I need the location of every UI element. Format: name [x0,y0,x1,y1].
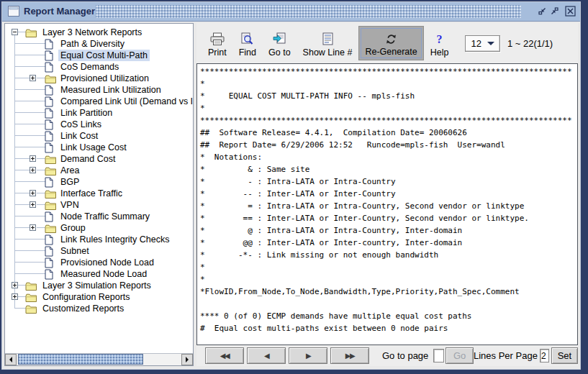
tree-item-label: Area [58,165,81,176]
tree-item-link-usage-cost[interactable]: Link Usage Cost [5,142,193,153]
tree-item-label: Link Usage Cost [58,142,129,153]
report-view-panel: Print Find [196,23,578,366]
tree-item-link-rules-integrity-checks[interactable]: Link Rules Integrity Checks [5,234,193,245]
close-button[interactable] [564,5,576,17]
expand-plus-icon[interactable] [12,293,18,300]
show-line-number-icon [322,32,334,46]
goto-icon [273,32,286,46]
tree-item-cos-demands[interactable]: CoS Demands [5,61,193,73]
tree-connector-line [14,101,45,101]
tree-item-link-cost[interactable]: Link Cost [5,130,193,142]
page-size-select[interactable]: 12 [465,35,499,52]
double-left-arrow-icon: ◀◀ [220,352,229,360]
show-line-number-button[interactable]: Show Line # [297,26,358,60]
tree-connector-line [14,262,45,263]
tree-item-label: Link Partition [58,107,114,119]
expand-plus-icon[interactable] [30,155,36,162]
last-page-button[interactable]: ▶▶ [330,347,369,364]
right-arrow-icon: ▶ [306,352,310,360]
collapse-minus-icon[interactable] [12,29,18,35]
window-title: Report Manager [24,6,95,17]
tree-connector-line [14,193,30,193]
expand-plus-icon[interactable] [30,190,36,196]
tree-connector-line [14,89,45,90]
tree-item-label: Layer 3 Simulation Reports [40,280,153,291]
tree-item-label: Layer 3 Network Reports [40,27,144,38]
first-page-button[interactable]: ◀◀ [205,347,244,364]
scroll-right-button[interactable] [181,354,193,365]
regenerate-icon [385,31,397,45]
report-manager-window: Report Manager [1,1,581,370]
print-button-label: Print [208,47,227,58]
next-page-button[interactable]: ▶ [289,347,327,364]
lines-per-page-input[interactable] [540,349,549,362]
help-button[interactable]: ? Help [425,26,455,60]
titlebar-texture [96,5,521,18]
tree-item-interface-traffic[interactable]: Interface Traffic [5,188,193,199]
tree-connector-line [14,216,45,216]
tree-connector-line [14,308,26,309]
tree-item-label: Interface Traffic [58,188,125,199]
tree-item-bgp[interactable]: BGP [5,176,193,188]
tree-item-layer-3-simulation-reports[interactable]: Layer 3 Simulation Reports [5,280,193,291]
tree-item-label: Customized Reports [40,303,126,314]
goto-button[interactable]: Go to [263,26,297,60]
tree-item-measured-link-utilization[interactable]: Measured Link Utilization [5,84,193,96]
titlebar[interactable]: Report Manager [2,2,580,22]
report-view[interactable]: ****************************************… [196,63,578,345]
tree-item-node-traffic-summary[interactable]: Node Traffic Summary [5,211,193,222]
left-arrow-icon: ◀ [264,352,268,360]
tree-item-equal-cost-multi-path[interactable]: Equal Cost Multi-Path [5,50,193,61]
tree-item-layer-3-network-reports[interactable]: Layer 3 Network Reports [5,27,193,38]
regenerate-button[interactable]: Re-Generate [358,26,423,60]
tree-item-label: Measured Link Utilization [58,84,163,96]
tree-item-link-partition[interactable]: Link Partition [5,107,193,119]
print-button[interactable]: Print [202,26,232,60]
toolbar: Print Find [196,23,578,63]
tree-item-subnet[interactable]: Subnet [5,245,193,257]
expand-plus-icon[interactable] [30,224,36,231]
tree-item-customized-reports[interactable]: Customized Reports [5,303,193,314]
tree-connector-line [14,112,45,113]
find-icon [240,32,254,46]
expand-plus-icon[interactable] [30,167,36,173]
expand-plus-icon[interactable] [12,282,18,288]
find-button[interactable]: Find [233,26,262,60]
tree-item-group[interactable]: Group [5,222,193,234]
scroll-left-button[interactable] [5,354,17,365]
goto-page-label: Go to page [382,350,428,361]
tree-item-area[interactable]: Area [5,165,193,176]
tree-item-vpn[interactable]: VPN [5,199,193,211]
tree-item-measured-node-load[interactable]: Measured Node Load [5,268,193,280]
tree-item-label: Configuration Reports [40,291,132,303]
folder-icon [25,304,37,317]
scrollbar-thumb[interactable] [18,354,143,365]
report-text: ****************************************… [197,64,577,334]
expand-plus-icon[interactable] [30,75,36,81]
tree-item-provisioned-utilization[interactable]: Provisioned Utilization [5,73,193,84]
tree-item-path-diversity[interactable]: Path & Diversity [5,38,193,50]
tree-item-configuration-reports[interactable]: Configuration Reports [5,291,193,303]
previous-page-button[interactable]: ◀ [247,347,286,364]
tree-item-cos-links[interactable]: CoS Links [5,119,193,130]
set-button[interactable]: Set [551,347,578,364]
tree-item-compared-link-util-demand-vs-inte[interactable]: Compared Link Util (Demand vs Inte [5,96,193,107]
tree-item-provisioned-node-load[interactable]: Provisioned Node Load [5,257,193,268]
maximize-button[interactable] [548,5,561,17]
go-button[interactable]: Go [445,347,474,364]
tree-item-label: Link Cost [58,130,100,142]
window-controls [536,5,576,17]
tree-item-label: VPN [58,199,81,211]
goto-page-input[interactable] [433,349,444,362]
find-button-label: Find [239,47,256,58]
tree-horizontal-scrollbar[interactable] [5,353,193,365]
show-line-number-button-label: Show Line # [303,47,353,58]
tree-item-demand-cost[interactable]: Demand Cost [5,153,193,165]
scrollbar-track[interactable] [17,354,181,365]
tree-connector-line [14,227,30,228]
tree-item-label: Provisioned Utilization [58,73,151,84]
help-button-label: Help [430,47,449,58]
expand-plus-icon[interactable] [30,201,36,208]
double-right-arrow-icon: ▶▶ [345,352,354,360]
minimize-button[interactable] [536,5,548,17]
